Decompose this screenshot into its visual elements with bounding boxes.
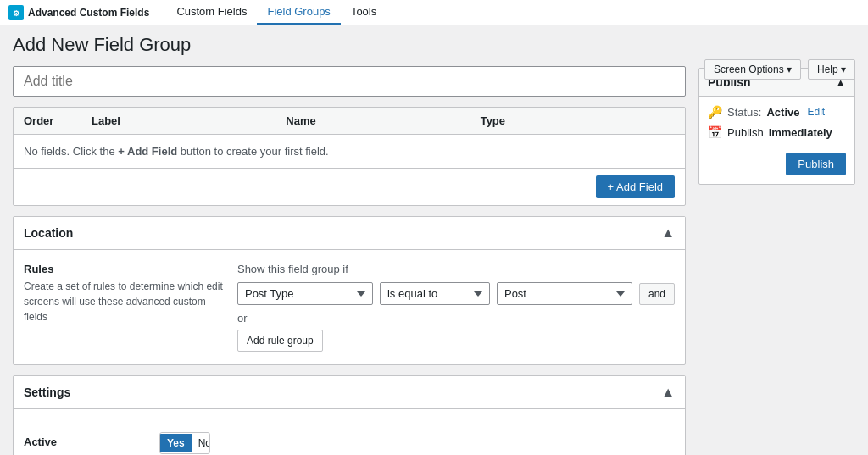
content-area: Add New Field Group Order Label Name Typ… (13, 34, 686, 455)
publish-time-label: Publish (727, 126, 764, 139)
operator-select[interactable]: is equal to is not equal to (380, 282, 490, 305)
sidebar: Publish ▲ 🔑 Status: Active Edit 📅 Publis… (698, 34, 855, 455)
location-section-header[interactable]: Location ▲ (14, 217, 685, 250)
rules-title: Rules (24, 263, 225, 275)
nav-tools[interactable]: Tools (341, 0, 387, 25)
settings-active-row: Active Yes No (24, 422, 675, 455)
publish-box: Publish ▲ 🔑 Status: Active Edit 📅 Publis… (698, 68, 855, 185)
active-label: Active (24, 432, 159, 448)
rules-label-col: Rules Create a set of rules to determine… (24, 263, 225, 352)
value-select[interactable]: Post Page Custom Post Type (497, 282, 632, 305)
settings-section-body: Active Yes No Style Standard (WP metabox… (14, 409, 685, 455)
add-field-button[interactable]: + Add Field (596, 175, 675, 198)
rules-desc: Create a set of rules to determine which… (24, 279, 225, 325)
rule-row: Post Type Page Type User Taxonomy is equ… (237, 282, 675, 305)
admin-bar-logo: ⚙ Advanced Custom Fields (8, 5, 149, 20)
calendar-icon: 📅 (708, 125, 722, 139)
status-value: Active (766, 106, 799, 119)
column-type: Type (481, 114, 675, 127)
column-order: Order (24, 114, 92, 127)
location-title: Location (24, 226, 73, 240)
svg-text:⚙: ⚙ (13, 9, 19, 18)
nav-field-groups[interactable]: Field Groups (257, 0, 340, 25)
page-title: Add New Field Group (13, 34, 686, 56)
status-icon: 🔑 (708, 105, 722, 119)
settings-toggle-icon: ▲ (661, 385, 675, 400)
field-group-title-input[interactable] (13, 66, 686, 97)
publish-status-row: 🔑 Status: Active Edit (708, 105, 846, 119)
top-right-buttons: Screen Options ▾ Help ▾ (704, 59, 855, 80)
active-toggle[interactable]: Yes No (159, 432, 210, 454)
fields-section: Order Label Name Type No fields. Click t… (13, 107, 686, 206)
toggle-no[interactable]: No (192, 434, 210, 452)
admin-bar: ⚙ Advanced Custom Fields Custom Fields F… (0, 0, 868, 25)
status-label: Status: (727, 106, 761, 119)
main-wrap: Screen Options ▾ Help ▾ Add New Field Gr… (0, 25, 868, 455)
logo-text: Advanced Custom Fields (28, 7, 149, 19)
active-control: Yes No (159, 432, 675, 454)
post-type-select[interactable]: Post Type Page Type User Taxonomy (237, 282, 373, 305)
column-name: Name (286, 114, 480, 127)
help-button[interactable]: Help ▾ (808, 59, 855, 80)
publish-time-value: immediately (769, 126, 832, 139)
fields-empty-message: No fields. Click the + Add Field button … (14, 135, 685, 168)
nav-custom-fields[interactable]: Custom Fields (166, 0, 257, 25)
and-button[interactable]: and (639, 283, 675, 305)
publish-btn-row: Publish (708, 149, 846, 175)
screen-options-button[interactable]: Screen Options ▾ (704, 59, 801, 80)
location-toggle-icon: ▲ (661, 225, 675, 241)
status-edit-link[interactable]: Edit (808, 106, 826, 118)
rules-content: Show this field group if Post Type Page … (237, 263, 675, 352)
add-rule-group-button[interactable]: Add rule group (237, 330, 323, 352)
fields-footer: + Add Field (14, 168, 685, 205)
publish-box-body: 🔑 Status: Active Edit 📅 Publish immediat… (699, 97, 854, 184)
fields-table-header: Order Label Name Type (14, 108, 685, 135)
location-rules: Rules Create a set of rules to determine… (24, 263, 675, 352)
settings-section-header[interactable]: Settings ▲ (14, 376, 685, 409)
toggle-yes[interactable]: Yes (160, 434, 192, 452)
location-section: Location ▲ Rules Create a set of rules t… (13, 216, 686, 365)
publish-button[interactable]: Publish (786, 153, 846, 175)
settings-section: Settings ▲ Active Yes No Style (13, 375, 686, 455)
publish-time-row: 📅 Publish immediately (708, 125, 846, 139)
location-section-body: Rules Create a set of rules to determine… (14, 250, 685, 364)
acf-logo-icon: ⚙ (8, 5, 24, 20)
column-label: Label (92, 114, 286, 127)
or-label: or (237, 312, 675, 325)
settings-title: Settings (24, 386, 70, 399)
show-if-label: Show this field group if (237, 263, 675, 275)
admin-nav: Custom Fields Field Groups Tools (166, 0, 387, 25)
